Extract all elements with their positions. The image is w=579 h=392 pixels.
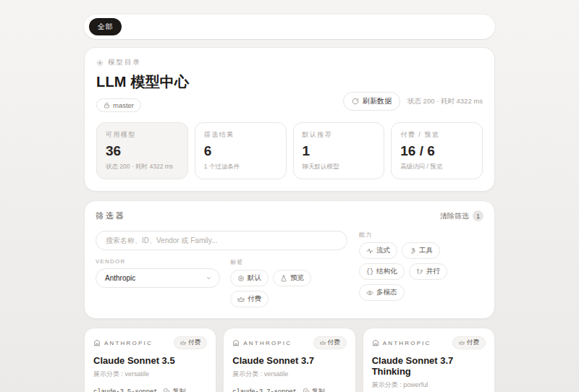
tag-pill-label: 预览 <box>290 273 304 283</box>
capability-pill-tools[interactable]: 工具 <box>402 242 440 259</box>
stat-value: 6 <box>204 143 277 159</box>
building-icon <box>232 339 240 346</box>
capability-pill-multimodal[interactable]: 多模态 <box>359 284 405 301</box>
gear-icon <box>96 59 103 67</box>
paid-badge: 付费 <box>174 336 207 349</box>
stat-value: 16 / 6 <box>400 143 473 159</box>
page-title: LLM 模型中心 <box>96 72 189 92</box>
vendor-name: ANTHROPIC <box>104 340 153 346</box>
header-actions: 刷新数据 状态 200 · 耗时 4322 ms <box>343 92 483 111</box>
vendor-name: ANTHROPIC <box>383 340 431 346</box>
paid-badge: 付费 <box>452 336 486 349</box>
refresh-button[interactable]: 刷新数据 <box>343 92 400 111</box>
copy-button[interactable]: 复制 <box>164 387 185 392</box>
stat-value: 1 <box>303 143 376 159</box>
model-category: 展示分类 : powerful <box>372 380 486 390</box>
target-icon <box>237 275 245 282</box>
branch-badge: master <box>96 98 141 112</box>
capability-pill-label: 多模态 <box>376 288 397 297</box>
model-name: Claude Sonnet 3.7 Thinking <box>372 355 486 377</box>
models-grid: ANTHROPIC 付费 Claude Sonnet 3.5 展示分类 : ve… <box>84 328 495 392</box>
stat-card-default: 默认推荐 1 聊天默认模型 <box>293 122 385 179</box>
stat-label: 筛选结果 <box>204 130 277 140</box>
vendor-name: ANTHROPIC <box>243 340 292 346</box>
model-id: claude-3.7-sonnet <box>232 388 296 392</box>
filter-count-badge: 1 <box>473 210 483 221</box>
stat-value: 36 <box>106 143 179 159</box>
model-card[interactable]: ANTHROPIC 付费 Claude Sonnet 3.7 展示分类 : ve… <box>223 328 355 392</box>
building-icon <box>93 339 101 346</box>
tag-pill-preview[interactable]: 预览 <box>273 270 311 286</box>
vendor-block: VENDOR Anthropic <box>96 258 220 307</box>
model-category: 展示分类 : versatile <box>232 370 346 379</box>
lock-icon <box>103 102 110 108</box>
paid-badge-label: 付费 <box>188 338 200 347</box>
search-input[interactable] <box>96 231 347 250</box>
model-id: claude-3.5-sonnet <box>93 388 157 392</box>
model-card[interactable]: ANTHROPIC 付费 Claude Sonnet 3.7 Thinking … <box>363 328 495 392</box>
catalog-eyebrow: 模型目录 <box>96 58 189 67</box>
branch-icon <box>416 268 423 276</box>
capabilities-block: 能力 流式 工具 {} <box>359 231 483 307</box>
tag-pill-default[interactable]: 默认 <box>230 270 269 286</box>
tags-block: 标签 默认 <box>230 258 347 307</box>
stat-label: 可用模型 <box>106 130 179 140</box>
copy-button[interactable]: 复制 <box>303 387 325 392</box>
filter-title: 筛选器 <box>96 210 126 221</box>
crown-icon <box>459 340 465 346</box>
clear-filters-button[interactable]: 清除筛选 1 <box>440 210 483 221</box>
stat-card-paid-preview: 付费 / 预览 16 / 6 高级访问 / 预览 <box>391 122 483 179</box>
copy-label: 复制 <box>172 387 185 392</box>
activity-icon <box>366 247 373 255</box>
crown-icon <box>237 296 245 303</box>
header-card: 模型目录 LLM 模型中心 master 刷新数据 状态 200 · <box>84 47 495 192</box>
model-name: Claude Sonnet 3.5 <box>93 355 207 366</box>
branch-label: master <box>113 101 134 109</box>
capability-pill-parallel[interactable]: 并行 <box>409 263 447 280</box>
paid-badge: 付费 <box>313 336 347 349</box>
paid-badge-label: 付费 <box>467 338 479 347</box>
capability-pill-structured[interactable]: {} 结构化 <box>359 263 405 280</box>
catalog-eyebrow-label: 模型目录 <box>108 58 141 67</box>
stat-label: 付费 / 预览 <box>400 130 473 140</box>
copy-icon <box>164 388 170 392</box>
stat-sub: 1 个过滤条件 <box>204 163 277 171</box>
tag-pill-label: 默认 <box>248 273 261 283</box>
capability-pill-label: 结构化 <box>376 267 397 276</box>
clear-filters-label: 清除筛选 <box>440 211 469 221</box>
crown-icon <box>180 340 186 346</box>
stat-card-filtered: 筛选结果 6 1 个过滤条件 <box>195 122 287 179</box>
vendor-label: VENDOR <box>96 258 220 265</box>
stat-label: 默认推荐 <box>303 130 376 140</box>
refresh-icon <box>352 98 359 105</box>
page-container: 全部 模型目录 LLM 模型中心 master <box>84 0 495 392</box>
header-left: 模型目录 LLM 模型中心 master <box>96 58 189 112</box>
capabilities-label: 能力 <box>359 231 483 239</box>
vendor-row: ANTHROPIC <box>93 339 153 346</box>
tag-pill-label: 付费 <box>248 294 261 304</box>
stat-card-available: 可用模型 36 状态 200 · 耗时 4322 ms <box>96 122 188 179</box>
filter-card: 筛选器 清除筛选 1 VENDOR Anthropic <box>84 200 495 319</box>
vendor-select[interactable]: Anthropic <box>96 268 220 288</box>
braces-icon: {} <box>366 268 373 276</box>
refresh-label: 刷新数据 <box>363 96 392 106</box>
stat-sub: 聊天默认模型 <box>303 163 376 171</box>
eye-icon <box>366 289 373 297</box>
copy-icon <box>303 388 310 392</box>
chevron-down-icon <box>206 275 212 281</box>
flask-icon <box>280 275 287 282</box>
stat-sub: 高级访问 / 预览 <box>400 163 473 171</box>
model-card[interactable]: ANTHROPIC 付费 Claude Sonnet 3.5 展示分类 : ve… <box>84 328 216 392</box>
tag-pill-paid[interactable]: 付费 <box>230 291 269 307</box>
model-category: 展示分类 : versatile <box>93 370 207 379</box>
capability-pill-streaming[interactable]: 流式 <box>359 242 397 259</box>
chip-all[interactable]: 全部 <box>89 18 122 35</box>
vendor-selected-value: Anthropic <box>105 274 135 282</box>
stats-grid: 可用模型 36 状态 200 · 耗时 4322 ms 筛选结果 6 1 个过滤… <box>96 122 483 179</box>
paid-badge-label: 付费 <box>328 338 340 347</box>
vendor-row: ANTHROPIC <box>232 339 292 346</box>
tags-label: 标签 <box>230 258 347 266</box>
copy-label: 复制 <box>312 387 325 392</box>
stat-sub: 状态 200 · 耗时 4322 ms <box>106 163 179 171</box>
capability-pill-label: 并行 <box>426 267 440 276</box>
